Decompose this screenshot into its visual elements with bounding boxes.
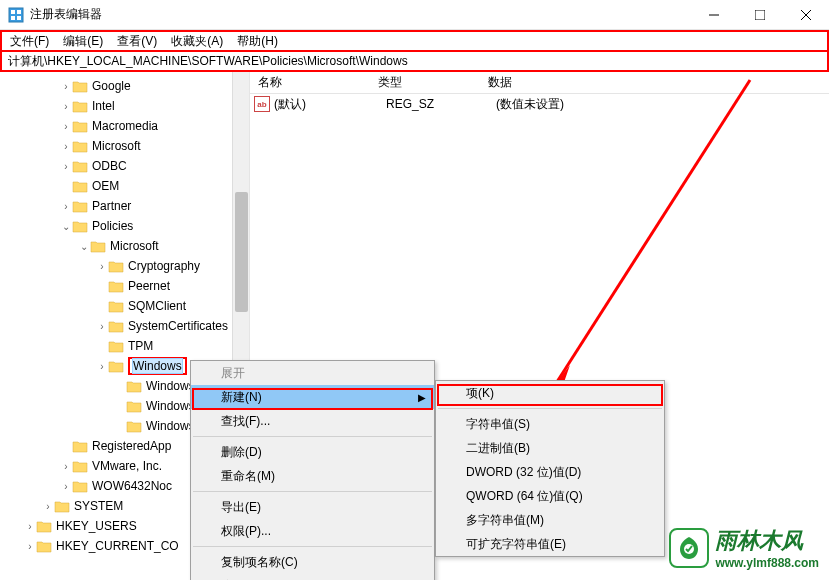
ctx-new[interactable]: 新建(N)▶ <box>191 385 434 409</box>
folder-icon <box>72 99 88 113</box>
tree-label: Intel <box>92 99 115 113</box>
tree-label: Cryptography <box>128 259 200 273</box>
tree-item[interactable]: SystemCertificates <box>0 316 249 336</box>
tree-caret-icon[interactable] <box>96 321 108 332</box>
menu-view[interactable]: 查看(V) <box>117 33 157 50</box>
svg-rect-3 <box>11 16 15 20</box>
menu-file[interactable]: 文件(F) <box>10 33 49 50</box>
ctx-find[interactable]: 查找(F)... <box>191 409 434 433</box>
sub-expand[interactable]: 可扩充字符串值(E) <box>436 532 664 556</box>
folder-icon <box>36 519 52 533</box>
ctx-delete[interactable]: 删除(D) <box>191 440 434 464</box>
close-button[interactable] <box>783 0 829 30</box>
menu-help[interactable]: 帮助(H) <box>237 33 278 50</box>
tree-label: Microsoft <box>92 139 141 153</box>
ctx-copy-key[interactable]: 复制项名称(C) <box>191 550 434 574</box>
tree-label: WOW6432Noc <box>92 479 172 493</box>
address-bar[interactable]: 计算机\HKEY_LOCAL_MACHINE\SOFTWARE\Policies… <box>0 50 829 72</box>
tree-caret-icon[interactable] <box>60 81 72 92</box>
tree-label: SQMClient <box>128 299 186 313</box>
svg-rect-1 <box>11 10 15 14</box>
tree-caret-icon[interactable] <box>24 521 36 532</box>
menu-edit[interactable]: 编辑(E) <box>63 33 103 50</box>
sub-binary[interactable]: 二进制值(B) <box>436 436 664 460</box>
maximize-button[interactable] <box>737 0 783 30</box>
ctx-goto[interactable]: 访问 HKEY_CURRENT_USER(T) <box>191 574 434 580</box>
tree-item[interactable]: OEM <box>0 176 249 196</box>
reg-string-icon: ab <box>254 96 270 112</box>
ctx-export[interactable]: 导出(E) <box>191 495 434 519</box>
tree-label: OEM <box>92 179 119 193</box>
ctx-rename[interactable]: 重命名(M) <box>191 464 434 488</box>
value-row[interactable]: ab (默认) REG_SZ (数值未设置) <box>250 94 829 114</box>
folder-icon <box>72 479 88 493</box>
tree-caret-icon[interactable] <box>24 541 36 552</box>
menu-favorites[interactable]: 收藏夹(A) <box>171 33 223 50</box>
folder-icon <box>90 239 106 253</box>
sub-qword[interactable]: QWORD (64 位)值(Q) <box>436 484 664 508</box>
folder-icon <box>126 379 142 393</box>
tree-item[interactable]: TPM <box>0 336 249 356</box>
tree-label: Google <box>92 79 131 93</box>
chevron-right-icon: ▶ <box>418 392 426 403</box>
tree-label: Windows <box>146 419 195 433</box>
folder-icon <box>108 279 124 293</box>
tree-label: SYSTEM <box>74 499 123 513</box>
tree-caret-icon[interactable] <box>60 201 72 212</box>
folder-icon <box>72 79 88 93</box>
column-data[interactable]: 数据 <box>480 74 829 91</box>
ctx-permissions[interactable]: 权限(P)... <box>191 519 434 543</box>
folder-icon <box>108 259 124 273</box>
tree-item[interactable]: Intel <box>0 96 249 116</box>
column-name[interactable]: 名称 <box>250 74 370 91</box>
tree-item[interactable]: Macromedia <box>0 116 249 136</box>
window-controls <box>691 0 829 30</box>
folder-icon <box>108 299 124 313</box>
tree-caret-icon[interactable] <box>60 141 72 152</box>
tree-item[interactable]: ODBC <box>0 156 249 176</box>
tree-caret-icon[interactable] <box>42 501 54 512</box>
tree-caret-icon[interactable] <box>96 361 108 372</box>
tree-label: TPM <box>128 339 153 353</box>
tree-item[interactable]: Partner <box>0 196 249 216</box>
tree-item[interactable]: Cryptography <box>0 256 249 276</box>
tree-label: Windows <box>146 399 195 413</box>
sub-multi[interactable]: 多字符串值(M) <box>436 508 664 532</box>
tree-caret-icon[interactable] <box>60 161 72 172</box>
tree-caret-icon[interactable] <box>60 481 72 492</box>
folder-icon <box>72 459 88 473</box>
tree-item[interactable]: Peernet <box>0 276 249 296</box>
tree-label: RegisteredApp <box>92 439 171 453</box>
sub-string[interactable]: 字符串值(S) <box>436 412 664 436</box>
tree-item[interactable]: Microsoft <box>0 236 249 256</box>
watermark-title: 雨林木风 <box>715 526 819 556</box>
tree-caret-icon[interactable] <box>60 221 72 232</box>
folder-icon <box>36 539 52 553</box>
titlebar: 注册表编辑器 <box>0 0 829 30</box>
sub-dword[interactable]: DWORD (32 位)值(D) <box>436 460 664 484</box>
sub-key[interactable]: 项(K) <box>436 381 664 405</box>
ctx-expand[interactable]: 展开 <box>191 361 434 385</box>
watermark-url: www.ylmf888.com <box>715 556 819 570</box>
tree-caret-icon[interactable] <box>96 261 108 272</box>
column-type[interactable]: 类型 <box>370 74 480 91</box>
tree-caret-icon[interactable] <box>60 461 72 472</box>
tree-label: Policies <box>92 219 133 233</box>
tree-item[interactable]: Policies <box>0 216 249 236</box>
tree-item[interactable]: SQMClient <box>0 296 249 316</box>
svg-rect-4 <box>17 16 21 20</box>
watermark-icon <box>669 528 709 568</box>
regedit-icon <box>8 7 24 23</box>
new-submenu: 项(K) 字符串值(S) 二进制值(B) DWORD (32 位)值(D) QW… <box>435 380 665 557</box>
separator <box>193 491 432 492</box>
tree-label: Partner <box>92 199 131 213</box>
tree-item[interactable]: Google <box>0 76 249 96</box>
tree-caret-icon[interactable] <box>60 101 72 112</box>
value-data: (数值未设置) <box>496 96 829 113</box>
minimize-button[interactable] <box>691 0 737 30</box>
tree-caret-icon[interactable] <box>78 241 90 252</box>
annotation-highlight: Windows <box>128 357 187 375</box>
tree-caret-icon[interactable] <box>60 121 72 132</box>
tree-item[interactable]: Microsoft <box>0 136 249 156</box>
folder-icon <box>54 499 70 513</box>
